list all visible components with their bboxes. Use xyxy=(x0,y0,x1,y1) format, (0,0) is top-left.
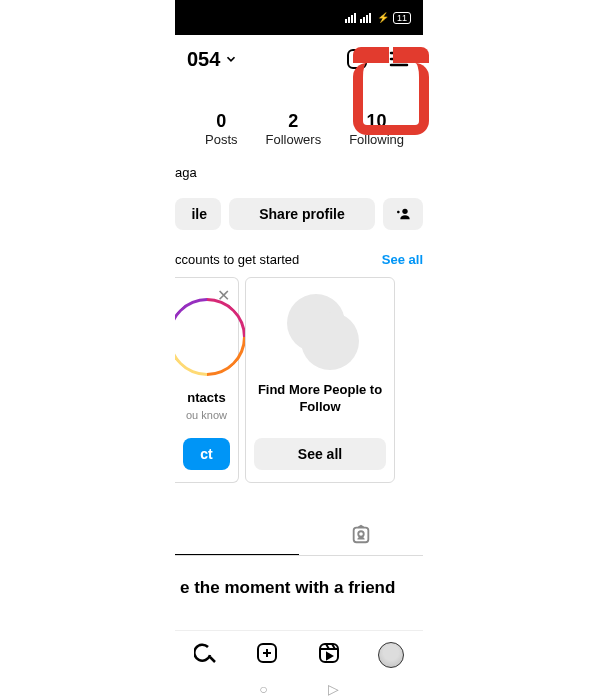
nav-create[interactable] xyxy=(255,641,279,669)
see-all-button[interactable]: See all xyxy=(254,438,386,470)
search-icon xyxy=(194,641,218,665)
people-placeholder-icon xyxy=(283,294,357,368)
share-profile-button[interactable]: Share profile xyxy=(229,198,375,230)
nav-profile[interactable] xyxy=(378,642,404,668)
profile-header: 054 xyxy=(175,35,423,83)
card-contacts: ✕ ntacts ou know ct xyxy=(175,277,239,483)
stat-posts[interactable]: 0 Posts xyxy=(205,111,238,147)
suggestion-cards: ✕ ntacts ou know ct Find More People to … xyxy=(175,277,423,483)
charge-icon: ⚡ xyxy=(377,12,389,23)
card-findmore-title: Find More People to Follow xyxy=(254,382,386,416)
card-find-more: Find More People to Follow See all xyxy=(245,277,395,483)
reels-icon xyxy=(317,641,341,665)
see-all-link[interactable]: See all xyxy=(382,252,423,267)
stats-row: 0 Posts 2 Followers 10 Following xyxy=(175,83,423,155)
signal-icon xyxy=(345,11,373,25)
add-person-icon xyxy=(395,206,411,222)
nav-search[interactable] xyxy=(194,641,218,669)
discover-header: ccounts to get started See all xyxy=(175,230,423,277)
edit-profile-button[interactable]: ile xyxy=(175,198,221,230)
stat-posts-count: 0 xyxy=(205,111,238,132)
svg-rect-14 xyxy=(320,644,338,662)
battery-indicator: 11 xyxy=(393,12,411,24)
svg-point-9 xyxy=(402,209,407,214)
stat-following[interactable]: 10 Following xyxy=(349,111,404,147)
status-bar: ⚡ 11 xyxy=(175,0,423,35)
discover-people-button[interactable] xyxy=(383,198,423,230)
stat-following-count: 10 xyxy=(349,111,404,132)
svg-rect-7 xyxy=(369,13,371,23)
action-buttons: ile Share profile xyxy=(175,180,423,230)
svg-point-11 xyxy=(358,531,364,537)
plus-square-icon xyxy=(255,641,279,665)
discover-heading: ccounts to get started xyxy=(175,252,299,267)
moment-prompt: e the moment with a friend xyxy=(175,556,423,598)
svg-rect-0 xyxy=(345,19,347,23)
svg-rect-6 xyxy=(366,15,368,23)
sys-back-icon[interactable]: ▷ xyxy=(328,681,339,697)
card-contacts-title: ntacts xyxy=(187,390,225,407)
username-switcher[interactable]: 054 xyxy=(187,48,238,71)
svg-rect-1 xyxy=(348,17,350,23)
create-button[interactable] xyxy=(345,47,369,71)
content-tabs xyxy=(175,513,423,556)
chevron-down-icon xyxy=(224,52,238,66)
card-contacts-sub: ou know xyxy=(186,409,227,421)
system-nav-bar: ○ ▷ xyxy=(175,678,423,700)
svg-rect-5 xyxy=(363,17,365,23)
hamburger-menu-button[interactable] xyxy=(387,47,411,71)
svg-rect-3 xyxy=(354,13,356,23)
stat-following-label: Following xyxy=(349,132,404,147)
tagged-icon xyxy=(350,523,372,545)
tab-tagged[interactable] xyxy=(299,513,423,555)
username-fragment: 054 xyxy=(187,48,220,71)
display-name: aga xyxy=(175,155,423,180)
nav-reels[interactable] xyxy=(317,641,341,669)
stat-followers-label: Followers xyxy=(266,132,322,147)
bottom-nav xyxy=(175,630,423,678)
svg-rect-4 xyxy=(360,19,362,23)
svg-rect-2 xyxy=(351,15,353,23)
app-viewport: ⚡ 11 054 0 Posts 2 Followers 10 Follo xyxy=(175,0,423,700)
svg-rect-10 xyxy=(354,528,369,543)
stat-followers-count: 2 xyxy=(266,111,322,132)
connect-button[interactable]: ct xyxy=(183,438,230,470)
stat-posts-label: Posts xyxy=(205,132,238,147)
tab-grid[interactable] xyxy=(175,513,299,555)
stat-followers[interactable]: 2 Followers xyxy=(266,111,322,147)
sys-circle-icon[interactable]: ○ xyxy=(259,681,267,697)
